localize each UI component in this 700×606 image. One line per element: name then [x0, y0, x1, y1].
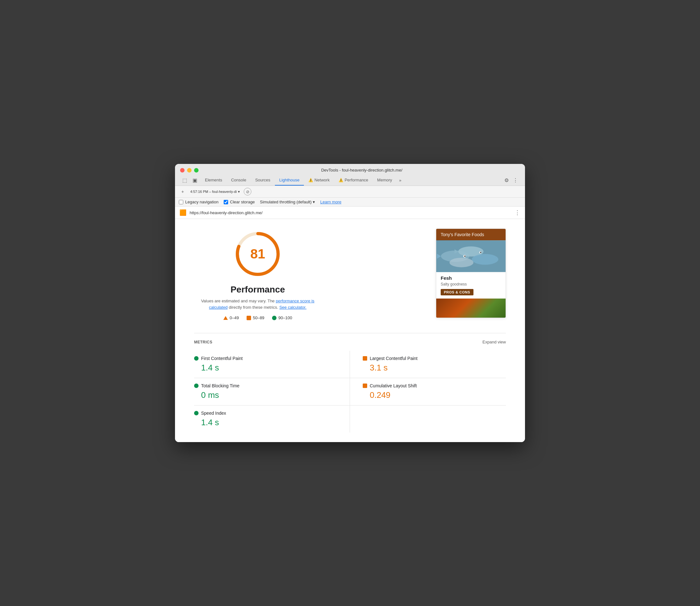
metric-lcp-name-row: Largest Contentful Paint — [363, 356, 506, 361]
calculator-link[interactable]: See calculator. — [280, 305, 307, 310]
legend-good: 90–100 — [272, 316, 292, 320]
metric-tbt: Total Blocking Time 0 ms — [194, 378, 350, 405]
si-status-icon — [194, 411, 198, 415]
score-left: 81 Performance Values are estimated and … — [194, 229, 321, 320]
gauge-score: 81 — [250, 246, 265, 262]
metrics-header: METRICS Expand view — [194, 340, 506, 344]
metric-cls: Cumulative Layout Shift 0.249 — [350, 378, 506, 405]
metric-fcp: First Contentful Paint 1.4 s — [194, 351, 350, 378]
average-icon — [247, 316, 251, 320]
score-description: Values are estimated and may vary. The p… — [194, 298, 321, 310]
learn-more-link[interactable]: Learn more — [320, 200, 341, 204]
score-legend: 0–49 50–89 90–100 — [223, 316, 292, 320]
chevron-down-icon: ▾ — [238, 190, 240, 194]
more-options-icon[interactable]: ⋮ — [511, 176, 520, 185]
page-icon: 🟧 — [179, 209, 187, 216]
average-range: 50–89 — [253, 316, 264, 320]
traffic-lights — [180, 168, 198, 172]
window-title: DevTools - foul-heavenly-direction.glitc… — [203, 168, 520, 172]
score-title: Performance — [231, 284, 285, 295]
toolbar: + 4:57:16 PM – foul-heavenly-di ▾ ⊘ — [175, 186, 525, 197]
session-label: 4:57:16 PM – foul-heavenly-di — [190, 190, 237, 193]
metric-cls-name-row: Cumulative Layout Shift — [363, 383, 506, 388]
performance-gauge: 81 — [232, 229, 283, 279]
good-icon — [272, 316, 276, 320]
desc-mid: directly from these metrics. — [229, 305, 278, 310]
tab-network[interactable]: ⚠️ Network — [304, 175, 334, 186]
cls-value: 0.249 — [370, 390, 506, 400]
clear-storage-checkbox[interactable]: Clear storage — [224, 200, 255, 204]
more-tabs-button[interactable]: » — [396, 176, 404, 185]
url-more-icon[interactable]: ⋮ — [514, 209, 521, 216]
maximize-button[interactable] — [194, 168, 198, 172]
svg-point-6 — [450, 258, 474, 267]
pros-cons-button[interactable]: PROS & CONS — [441, 289, 474, 295]
throttle-label: Simulated throttling (default) — [260, 200, 312, 204]
clear-storage-input[interactable] — [224, 200, 228, 204]
tab-lighthouse[interactable]: Lighthouse — [275, 175, 304, 186]
metrics-grid: First Contentful Paint 1.4 s Largest Con… — [194, 351, 506, 433]
fail-range: 0–49 — [230, 316, 239, 320]
fcp-value: 1.4 s — [201, 363, 337, 373]
no-throttle-icon[interactable]: ⊘ — [244, 188, 251, 195]
lcp-status-icon — [363, 356, 367, 360]
fcp-label: First Contentful Paint — [201, 356, 243, 361]
food-card-body: Fesh Salty goodness PROS & CONS — [436, 272, 506, 299]
metric-si: Speed Index 1.4 s — [194, 405, 350, 433]
tab-bar: ⬚ ▣ Elements Console Sources Lighthouse … — [180, 175, 520, 186]
metrics-label: METRICS — [194, 340, 213, 344]
tbt-status-icon — [194, 383, 198, 388]
tbt-value: 0 ms — [201, 390, 337, 400]
throttle-select[interactable]: Simulated throttling (default) ▾ — [260, 200, 315, 204]
legacy-navigation-input[interactable] — [179, 200, 183, 204]
close-button[interactable] — [180, 168, 185, 172]
svg-point-10 — [480, 252, 481, 253]
food-card-second-image — [436, 299, 506, 318]
tab-elements[interactable]: Elements — [200, 175, 226, 186]
tab-sources[interactable]: Sources — [251, 175, 275, 186]
url-bar: 🟧 https://foul-heavenly-direction.glitch… — [175, 207, 525, 219]
session-selector[interactable]: 4:57:16 PM – foul-heavenly-di ▾ — [190, 190, 240, 194]
legacy-navigation-label: Legacy navigation — [185, 200, 219, 204]
fail-icon — [223, 316, 228, 320]
metric-tbt-name-row: Total Blocking Time — [194, 383, 337, 388]
food-card-image — [436, 240, 506, 272]
metrics-section: METRICS Expand view First Contentful Pai… — [194, 333, 506, 433]
metric-fcp-name-row: First Contentful Paint — [194, 356, 337, 361]
expand-view-button[interactable]: Expand view — [482, 340, 506, 344]
tbt-label: Total Blocking Time — [201, 383, 240, 388]
main-content: 81 Performance Values are estimated and … — [175, 219, 525, 442]
food-card-preview: Tony's Favorite Foods — [436, 229, 506, 318]
metric-si-name-row: Speed Index — [194, 411, 337, 416]
device-icon[interactable]: ▣ — [190, 176, 199, 185]
lcp-value: 3.1 s — [370, 363, 506, 373]
svg-point-8 — [464, 256, 465, 257]
clear-storage-label: Clear storage — [230, 200, 255, 204]
cls-label: Cumulative Layout Shift — [370, 383, 417, 388]
si-value: 1.4 s — [201, 418, 337, 427]
fcp-status-icon — [194, 356, 198, 360]
minimize-button[interactable] — [187, 168, 192, 172]
good-range: 90–100 — [279, 316, 292, 320]
tab-performance[interactable]: ⚠️ Performance — [334, 175, 372, 186]
tab-memory[interactable]: Memory — [372, 175, 396, 186]
food-item-name: Fesh — [441, 275, 501, 281]
tab-console[interactable]: Console — [226, 175, 251, 186]
cls-status-icon — [363, 383, 367, 388]
legend-average: 50–89 — [247, 316, 264, 320]
si-label: Speed Index — [201, 411, 226, 416]
food-card-title: Tony's Favorite Foods — [436, 229, 506, 240]
titlebar: DevTools - foul-heavenly-direction.glitc… — [175, 164, 525, 186]
score-section: 81 Performance Values are estimated and … — [194, 229, 506, 320]
food-item-desc: Salty goodness — [441, 282, 501, 286]
url-text: https://foul-heavenly-direction.glitch.m… — [190, 210, 511, 215]
chevron-down-icon: ▾ — [313, 200, 315, 204]
legend-fail: 0–49 — [223, 316, 239, 320]
svg-point-5 — [472, 254, 498, 265]
inspect-icon[interactable]: ⬚ — [180, 176, 189, 185]
settings-icon[interactable]: ⚙ — [502, 176, 511, 185]
metric-lcp: Largest Contentful Paint 3.1 s — [350, 351, 506, 378]
options-bar: Legacy navigation Clear storage Simulate… — [175, 197, 525, 207]
legacy-navigation-checkbox[interactable]: Legacy navigation — [179, 200, 219, 204]
add-session-icon[interactable]: + — [179, 188, 187, 195]
